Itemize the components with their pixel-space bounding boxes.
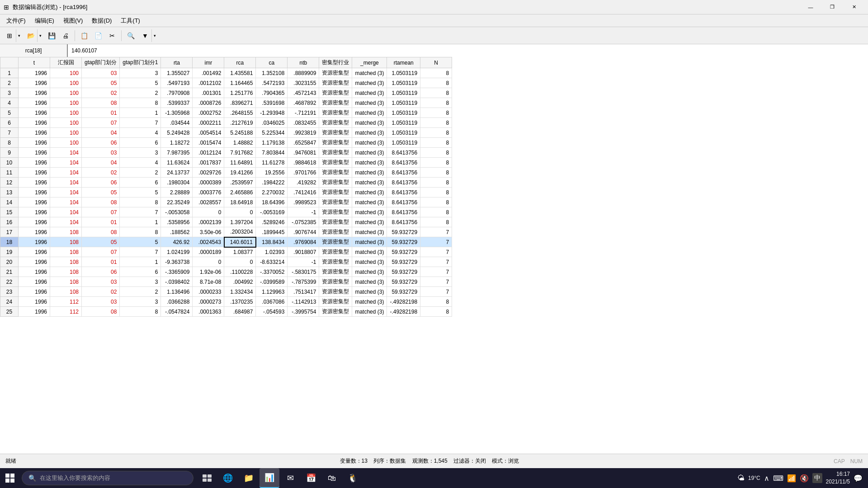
cell-ntb[interactable]: .9769084: [288, 237, 319, 247]
cut-button[interactable]: ✂: [106, 29, 118, 42]
cell-imr[interactable]: .0002752: [193, 108, 224, 118]
cell-gtap2[interactable]: 5: [120, 188, 161, 197]
table-row[interactable]: 211996108066-.33659091.92e-06.1100228-.3…: [0, 267, 452, 277]
cell-mj[interactable]: 资源密集型: [319, 138, 352, 148]
cell-gtap1[interactable]: 01: [82, 217, 120, 227]
cell-n[interactable]: 8: [420, 128, 452, 138]
cell-ntb[interactable]: -1: [288, 257, 319, 267]
cell-hbg[interactable]: 100: [50, 128, 82, 138]
cell-gtap2[interactable]: 8: [120, 98, 161, 108]
cell-rtamean[interactable]: 1.0503119: [387, 138, 420, 148]
cell-hbg[interactable]: 104: [50, 207, 82, 217]
cell-rta[interactable]: 1.136496: [161, 287, 193, 297]
cell-ca[interactable]: -8.633214: [256, 257, 288, 267]
cell-imr[interactable]: .0029726: [193, 168, 224, 178]
cell-gtap2[interactable]: 6: [120, 267, 161, 277]
taskbar-calendar[interactable]: 📅: [301, 468, 321, 488]
table-row[interactable]: 21996100055.5497193.00121021.164465.5472…: [0, 78, 452, 88]
cell-gtap2[interactable]: 1: [120, 108, 161, 118]
cell-gtap1[interactable]: 05: [82, 78, 120, 88]
cell-gtap2[interactable]: 5: [120, 237, 161, 247]
save-button[interactable]: 💾: [45, 29, 58, 42]
col-header-rtamean[interactable]: rtamean: [387, 57, 420, 68]
cell-rtamean[interactable]: -.49282198: [387, 297, 420, 307]
taskbar-stata[interactable]: 📊: [259, 468, 279, 488]
cell-hbg[interactable]: 112: [50, 297, 82, 307]
cell-hbg[interactable]: 100: [50, 118, 82, 128]
cell-rta[interactable]: 2.28889: [161, 188, 193, 197]
cell-mj[interactable]: 资源密集型: [319, 267, 352, 277]
cell-t[interactable]: 1996: [19, 78, 50, 88]
cell-hbg[interactable]: 104: [50, 168, 82, 178]
taskbar-explorer[interactable]: 📁: [239, 468, 259, 488]
cell-n[interactable]: 8: [420, 68, 452, 78]
cell-imr[interactable]: .0024543: [193, 237, 224, 247]
cell-gtap2[interactable]: 3: [120, 297, 161, 307]
cell-gtap1[interactable]: 06: [82, 138, 120, 148]
cell-rtamean[interactable]: 59.932729: [387, 287, 420, 297]
taskbar-edge[interactable]: 🌐: [218, 468, 238, 488]
cell-hbg[interactable]: 100: [50, 108, 82, 118]
cell-hbg[interactable]: 104: [50, 197, 82, 207]
cell-rca[interactable]: 0: [224, 257, 256, 267]
menu-file[interactable]: 文件(F): [2, 15, 30, 27]
cell-imr[interactable]: 3.50e-06: [193, 227, 224, 237]
cell-n[interactable]: 8: [420, 217, 452, 227]
cell-n[interactable]: 7: [420, 267, 452, 277]
table-row[interactable]: 819961000661.18272.00154741.488821.17913…: [0, 138, 452, 148]
cell-mj[interactable]: 资源密集型: [319, 88, 352, 98]
cell-rtamean[interactable]: 59.932729: [387, 277, 420, 287]
cell-rca[interactable]: .8396271: [224, 98, 256, 108]
cell-ntb[interactable]: .9884618: [288, 158, 319, 168]
cell-mj[interactable]: 资源密集型: [319, 128, 352, 138]
cell-gtap2[interactable]: 3: [120, 148, 161, 158]
cell-merge[interactable]: matched (3): [352, 197, 387, 207]
cell-imr[interactable]: .0028557: [193, 197, 224, 207]
cell-reference-input[interactable]: rca[18]: [0, 44, 68, 57]
cell-rtamean[interactable]: 8.6413756: [387, 178, 420, 188]
cell-gtap2[interactable]: 8: [120, 307, 161, 317]
cell-n[interactable]: 8: [420, 207, 452, 217]
cell-gtap1[interactable]: 07: [82, 207, 120, 217]
cell-imr[interactable]: .0001363: [193, 307, 224, 317]
cell-merge[interactable]: matched (3): [352, 188, 387, 197]
cell-merge[interactable]: matched (3): [352, 257, 387, 267]
cell-rta[interactable]: 24.13737: [161, 168, 193, 178]
cell-rta[interactable]: 5.249428: [161, 128, 193, 138]
expand-icon[interactable]: ∧: [764, 474, 769, 483]
taskbar-search[interactable]: 🔍 在这里输入你要搜索的内容: [22, 471, 193, 485]
cell-ntb[interactable]: .9018807: [288, 247, 319, 257]
table-row[interactable]: 2319961080221.136496.00002331.3324341.12…: [0, 287, 452, 297]
cell-merge[interactable]: matched (3): [352, 247, 387, 257]
cell-rta[interactable]: 1.024199: [161, 247, 193, 257]
taskbar-store[interactable]: 🛍: [322, 468, 342, 488]
cell-rca[interactable]: 19.41266: [224, 168, 256, 178]
cell-hbg[interactable]: 108: [50, 237, 82, 247]
cell-rta[interactable]: .034544: [161, 118, 193, 128]
cell-mj[interactable]: 资源密集型: [319, 178, 352, 188]
locale-indicator[interactable]: 中: [812, 473, 822, 483]
cell-rtamean[interactable]: 1.0503119: [387, 88, 420, 98]
cell-gtap1[interactable]: 03: [82, 68, 120, 78]
cell-t[interactable]: 1996: [19, 98, 50, 108]
cell-ntb[interactable]: -.712191: [288, 108, 319, 118]
cell-mj[interactable]: 资源密集型: [319, 78, 352, 88]
minimize-button[interactable]: —: [800, 0, 821, 14]
cell-rca[interactable]: .1370235: [224, 297, 256, 307]
cell-ca[interactable]: .5391698: [256, 98, 288, 108]
cell-merge[interactable]: matched (3): [352, 307, 387, 317]
cell-imr[interactable]: .0054514: [193, 128, 224, 138]
copy-button[interactable]: 📋: [78, 29, 90, 42]
cell-hbg[interactable]: 104: [50, 217, 82, 227]
cell-merge[interactable]: matched (3): [352, 178, 387, 188]
col-header-mj[interactable]: 密集型行业: [319, 57, 352, 68]
cell-gtap2[interactable]: 2: [120, 168, 161, 178]
cell-rca[interactable]: 1.332434: [224, 287, 256, 297]
cell-rca[interactable]: 1.08377: [224, 247, 256, 257]
cell-gtap1[interactable]: 04: [82, 128, 120, 138]
cell-t[interactable]: 1996: [19, 247, 50, 257]
cell-ntb[interactable]: .3023155: [288, 78, 319, 88]
cell-merge[interactable]: matched (3): [352, 217, 387, 227]
cell-t[interactable]: 1996: [19, 217, 50, 227]
cell-rca[interactable]: 140.6011: [224, 237, 256, 247]
